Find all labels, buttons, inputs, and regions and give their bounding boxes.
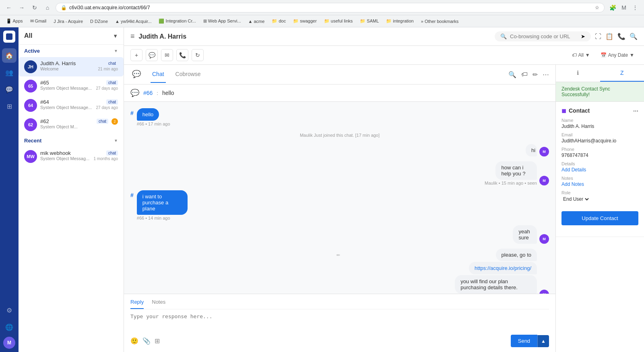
send-icon[interactable]: ➤ (581, 33, 585, 39)
msg-row-pricing: ✏ please, go to https://acquire.io/prici… (130, 249, 549, 294)
send-button[interactable]: Send (511, 335, 537, 347)
role-select[interactable]: End User (561, 196, 590, 202)
filter-date-btn[interactable]: 📅 Any Date ▼ (597, 51, 638, 60)
conv-item-64[interactable]: 64 #64 chat System Object Message... 27 … (19, 96, 124, 115)
hamburger-icon[interactable]: ≡ (130, 32, 135, 41)
grid-icon[interactable]: ⊞ (155, 337, 160, 345)
active-section-header[interactable]: Active ▼ (24, 48, 118, 54)
bookmark-integration-cr[interactable]: 🟩 Integration Cr... (157, 18, 198, 25)
cobrowse-search-bar[interactable]: 🔍 ➤ (495, 31, 591, 41)
edit-tab-icon[interactable]: ✏ (533, 71, 538, 78)
recent-section-header[interactable]: Recent ▼ (24, 138, 118, 144)
bookmark-acme[interactable]: ▲ acme (246, 18, 267, 25)
conv-item-mik[interactable]: MW mik webhook chat System Object Messag… (19, 147, 124, 166)
details-add[interactable]: Add Details (561, 167, 638, 173)
contact-section-title: ◼ Contact (561, 107, 590, 114)
cobrowse-input[interactable] (510, 33, 578, 39)
contact-more-icon[interactable]: ⋯ (633, 108, 638, 114)
extensions-button[interactable]: 🧩 (608, 3, 617, 12)
profile-button[interactable]: M (619, 3, 629, 12)
phone-icon-btn[interactable]: 📞 (176, 49, 188, 61)
conv-item-65[interactable]: 65 #65 chat System Object Message... 27 … (19, 76, 124, 96)
reply-input[interactable] (130, 313, 549, 329)
msg-bubble-please: please, go to (496, 249, 537, 261)
home-button[interactable]: ⌂ (43, 3, 52, 12)
conv-chat-avatar: 💬 (130, 89, 139, 97)
bookmarks-bar: 📱 Apps ✉ Gmail J Jira - Acquire D DZone … (0, 15, 644, 27)
right-tab-zendesk[interactable]: Z (600, 65, 644, 82)
menu-button[interactable]: ⋮ (630, 3, 640, 12)
search-tab-icon[interactable]: 🔍 (508, 71, 516, 78)
search-icon-top[interactable]: 🔍 (630, 33, 638, 40)
notes-icon[interactable]: 📋 (605, 33, 613, 40)
bookmark-useful[interactable]: 📁 useful links (322, 18, 355, 25)
sidebar-icon-settings[interactable]: ⚙ (2, 303, 17, 317)
phone-icon[interactable]: 📞 (617, 33, 625, 40)
reply-tab[interactable]: Reply (130, 299, 144, 309)
more-tab-icon[interactable]: ⋯ (543, 71, 549, 78)
bookmark-jira[interactable]: J Jira - Acquire (52, 18, 85, 25)
refresh-icon-btn[interactable]: ↻ (192, 49, 204, 61)
recent-section: Recent ▼ (19, 134, 124, 147)
back-button[interactable]: ← (4, 3, 14, 12)
chat-tabs: 💬 Chat Cobrowse 🔍 🏷 ✏ ⋯ (124, 65, 555, 84)
pencil-icon[interactable]: ✏ (336, 253, 340, 258)
sidebar-icon-grid[interactable]: ⊞ (2, 99, 17, 113)
bookmark-other[interactable]: » Other bookmarks (419, 18, 461, 25)
browser-actions: 🧩 M ⋮ (608, 3, 640, 12)
notes-add[interactable]: Add Notes (561, 181, 638, 187)
email-icon-btn[interactable]: ✉ (161, 49, 173, 61)
conv-preview-64: System Object Message... (40, 105, 92, 110)
chat-icon-btn[interactable]: 💬 (146, 49, 158, 61)
tab-cobrowse[interactable]: Cobrowse (174, 66, 202, 83)
msg-row-sure: yeah sure M (130, 225, 549, 244)
send-chevron-button[interactable]: ▲ (537, 335, 549, 347)
sidebar-icon-home[interactable]: 🏠 (2, 48, 17, 63)
conv-item-62[interactable]: 62 #62 chat System Object M... 2 (19, 115, 124, 134)
forward-button[interactable]: → (17, 3, 27, 12)
user-avatar[interactable]: M (3, 337, 15, 349)
contact-section-header: ◼ Contact ⋯ (561, 107, 638, 114)
email-value: JudithAHarris@acquire.io (561, 138, 638, 144)
notes-tab[interactable]: Notes (152, 299, 165, 309)
sidebar-icon-chat[interactable]: 💬 (2, 82, 17, 97)
attachment-icon[interactable]: 📎 (142, 337, 151, 345)
bookmark-dzone[interactable]: D DZone (88, 18, 110, 25)
bookmark-swagger[interactable]: 📁 swagger (291, 18, 319, 25)
bookmark-integration[interactable]: 📁 integration (384, 18, 415, 25)
conv-preview-row-65: System Object Message... 27 days ago (40, 86, 118, 91)
conv-name-judith: Judith A. Harris (40, 60, 76, 66)
bookmark-gmail[interactable]: ✉ Gmail (28, 18, 49, 25)
messages-scroll[interactable]: # hello #66 • 17 min ago Maulik Just joi… (124, 102, 555, 294)
conv-item-judith[interactable]: JH Judith A. Harris chat Welcome 21 min … (19, 57, 124, 76)
update-contact-button[interactable]: Update Contact (561, 211, 638, 225)
url-bar[interactable]: 🔒 c6vi30.uat.env.acquire.io/contact/66/7… (56, 3, 605, 12)
filter-all-chevron: ▼ (585, 52, 590, 58)
filter-all-btn[interactable]: 🏷 All ▼ (569, 51, 593, 60)
bookmark-yw94kt[interactable]: ▲ yw94kt Acquir... (113, 18, 153, 25)
star-icon[interactable]: ☆ (595, 5, 599, 10)
tab-chat[interactable]: Chat (151, 66, 166, 83)
app-logo[interactable] (3, 31, 15, 43)
right-tab-info[interactable]: ℹ (556, 65, 600, 82)
tag-tab-icon[interactable]: 🏷 (521, 71, 528, 78)
bookmark-doc[interactable]: 📁 doc (270, 18, 288, 25)
msg-row-hi: hi M (130, 144, 549, 156)
conv-preview-row-judith: Welcome 21 min ago (40, 66, 118, 71)
sidebar-icon-globe[interactable]: 🌐 (2, 320, 17, 334)
conversations-panel: All ▼ Active ▼ JH Judith A. Harris chat … (19, 27, 124, 352)
conv-hash: #66 (143, 90, 153, 96)
hash-indicator: # (130, 110, 134, 116)
action-bar: + 💬 ✉ 📞 ↻ 🏷 All ▼ 📅 Any Date ▼ (124, 46, 644, 65)
chat-content: 💬 Chat Cobrowse 🔍 🏷 ✏ ⋯ 💬 #66 : (124, 65, 644, 352)
bookmark-saml[interactable]: 📁 SAML (358, 18, 381, 25)
conv-badge-judith: chat (106, 61, 118, 66)
sidebar-icon-contacts[interactable]: 👥 (2, 65, 17, 80)
bookmark-apps[interactable]: 📱 Apps (4, 18, 25, 25)
add-button[interactable]: + (130, 49, 142, 61)
emoji-icon[interactable]: 🙂 (130, 337, 138, 345)
bookmark-webapp[interactable]: ⊞ Web App Servi... (201, 18, 243, 25)
expand-icon[interactable]: ⛶ (595, 33, 601, 40)
conversations-filter[interactable]: ▼ (113, 33, 118, 39)
refresh-button[interactable]: ↻ (30, 3, 39, 12)
